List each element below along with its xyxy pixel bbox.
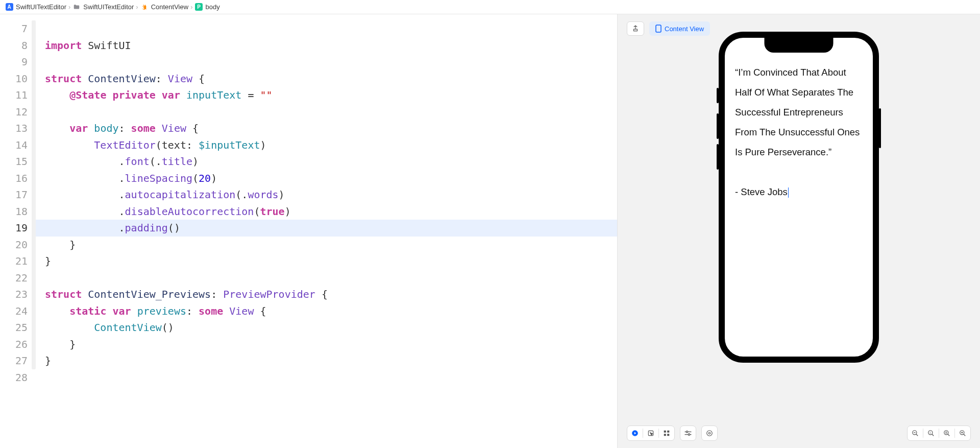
chevron-right-icon: › <box>136 3 138 11</box>
fold-ribbon[interactable] <box>32 20 36 369</box>
svg-point-10 <box>688 434 690 435</box>
svg-point-11 <box>707 431 713 436</box>
line-number[interactable]: 23 <box>0 286 28 303</box>
pin-preview-button[interactable] <box>627 21 644 36</box>
line-number[interactable]: 8 <box>0 37 28 54</box>
line-number[interactable]: 12 <box>0 104 28 121</box>
code-line[interactable]: .disableAutocorrection(true) <box>45 203 617 220</box>
breadcrumb-item[interactable]: ASwiftUITextEditor <box>5 3 66 11</box>
code-line[interactable]: .autocapitalization(.words) <box>45 186 617 203</box>
line-number[interactable]: 10 <box>0 70 28 87</box>
code-line[interactable]: @State private var inputText = "" <box>45 87 617 104</box>
svg-rect-4 <box>667 431 669 433</box>
breadcrumb-label: SwiftUITextEditor <box>16 3 66 11</box>
code-line[interactable]: } <box>45 253 617 270</box>
zoom-in-button[interactable] <box>955 426 970 441</box>
svg-line-14 <box>916 434 918 436</box>
code-line[interactable]: TextEditor(text: $inputText) <box>45 137 617 154</box>
svg-line-17 <box>932 434 934 436</box>
breadcrumb: ASwiftUITextEditor›SwiftUITextEditor›Con… <box>0 0 980 14</box>
code-line[interactable]: import SwiftUI <box>45 37 617 54</box>
line-number[interactable]: 22 <box>0 270 28 287</box>
preview-target-label: Content View <box>665 25 704 33</box>
chevron-right-icon: › <box>190 3 192 11</box>
line-number[interactable]: 28 <box>0 369 28 386</box>
preview-panel: Content View “I’m Convinced That About H… <box>618 14 980 448</box>
device-settings-button[interactable] <box>680 426 696 441</box>
svg-text:1: 1 <box>929 432 931 434</box>
code-area[interactable]: import SwiftUI struct ContentView: View … <box>36 14 617 448</box>
svg-rect-5 <box>664 434 666 436</box>
code-line[interactable]: .lineSpacing(20) <box>45 170 617 187</box>
code-line[interactable] <box>45 20 617 37</box>
line-number[interactable]: 24 <box>0 303 28 320</box>
device-frame: “I’m Convinced That About Half Of What S… <box>719 32 879 363</box>
variants-button[interactable] <box>659 426 674 441</box>
svg-rect-0 <box>656 25 661 32</box>
line-number[interactable]: 27 <box>0 352 28 369</box>
swift-icon <box>140 3 149 11</box>
svg-rect-6 <box>667 434 669 436</box>
code-line[interactable]: ContentView() <box>45 319 617 336</box>
code-line[interactable]: static var previews: some View { <box>45 303 617 320</box>
breadcrumb-label: ContentView <box>151 3 188 11</box>
code-line[interactable] <box>45 104 617 121</box>
selectable-preview-button[interactable] <box>643 426 658 441</box>
line-number[interactable]: 25 <box>0 319 28 336</box>
breadcrumb-item[interactable]: Pbody <box>194 3 219 11</box>
line-number[interactable]: 21 <box>0 253 28 270</box>
live-preview-button[interactable] <box>627 426 643 441</box>
line-gutter: 7891011121314151617181920212223242526272… <box>0 14 32 448</box>
svg-rect-3 <box>664 431 666 433</box>
project-icon: A <box>5 3 13 11</box>
line-number[interactable]: 7 <box>0 20 28 37</box>
code-line[interactable]: } <box>45 237 617 253</box>
line-number[interactable]: 19 <box>0 220 28 237</box>
breadcrumb-label: body <box>205 3 219 11</box>
code-line[interactable]: .font(.title) <box>45 153 617 170</box>
code-line[interactable]: var body: some View { <box>45 120 617 137</box>
preview-on-device-button[interactable] <box>702 426 717 441</box>
line-number[interactable]: 9 <box>0 54 28 70</box>
zoom-actual-button[interactable]: 1 <box>923 426 939 441</box>
code-editor[interactable]: 7891011121314151617181920212223242526272… <box>0 14 618 448</box>
svg-point-19 <box>944 431 948 435</box>
code-line[interactable] <box>45 369 617 386</box>
property-icon: P <box>194 3 203 11</box>
preview-target-button[interactable]: Content View <box>649 21 710 36</box>
code-line[interactable]: struct ContentView_Previews: PreviewProv… <box>45 286 617 303</box>
breadcrumb-item[interactable]: ContentView <box>140 3 188 11</box>
svg-line-24 <box>964 434 966 436</box>
chevron-right-icon: › <box>68 3 70 11</box>
code-line[interactable]: } <box>45 352 617 369</box>
breadcrumb-item[interactable]: SwiftUITextEditor <box>72 3 134 11</box>
line-number[interactable]: 14 <box>0 137 28 154</box>
code-line[interactable]: } <box>45 336 617 353</box>
svg-line-20 <box>948 434 950 436</box>
code-line[interactable]: struct ContentView: View { <box>45 70 617 87</box>
code-line[interactable] <box>45 54 617 70</box>
svg-point-12 <box>708 432 710 434</box>
code-line[interactable] <box>45 270 617 287</box>
line-number[interactable]: 13 <box>0 120 28 137</box>
line-number[interactable]: 18 <box>0 203 28 220</box>
line-number[interactable]: 26 <box>0 336 28 353</box>
zoom-out-button[interactable] <box>908 426 923 441</box>
line-number[interactable]: 17 <box>0 186 28 203</box>
zoom-fit-button[interactable] <box>939 426 954 441</box>
texteditor-content[interactable]: “I’m Convinced That About Half Of What S… <box>725 38 873 202</box>
code-line[interactable]: .padding() <box>36 220 617 237</box>
line-number[interactable]: 20 <box>0 237 28 253</box>
line-number[interactable]: 15 <box>0 153 28 170</box>
folder-icon <box>72 3 81 11</box>
line-number[interactable]: 16 <box>0 170 28 187</box>
line-number[interactable]: 11 <box>0 87 28 104</box>
device-notch <box>765 37 834 53</box>
breadcrumb-label: SwiftUITextEditor <box>83 3 134 11</box>
device-icon <box>655 25 662 33</box>
svg-point-8 <box>686 431 688 433</box>
